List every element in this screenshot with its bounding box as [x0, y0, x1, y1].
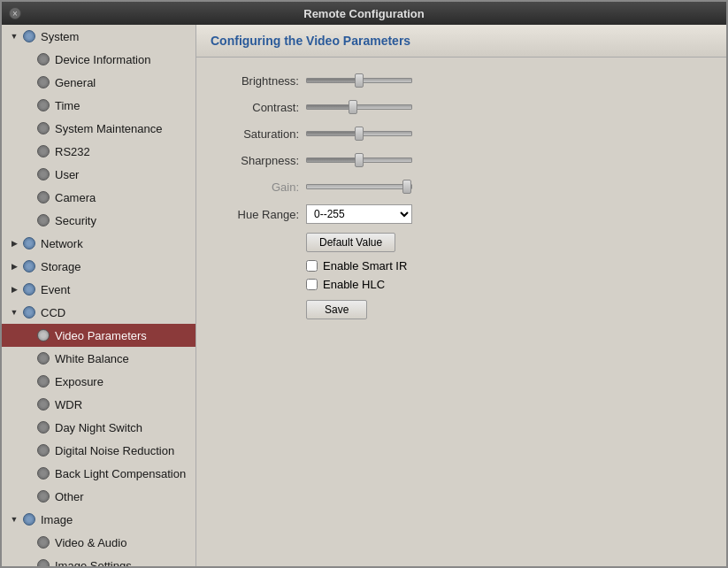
main-panel: Configuring the Video Parameters Brightn…	[196, 25, 726, 566]
sidebar-label: Day Night Switch	[55, 421, 142, 434]
sidebar-item-digital-noise-reduction[interactable]: Digital Noise Reduction	[2, 439, 195, 462]
sidebar-item-image-settings[interactable]: Image Settings	[2, 554, 195, 566]
globe-icon	[21, 258, 37, 274]
sidebar-item-system-maintenance[interactable]: System Maintenance	[2, 117, 195, 140]
sidebar-item-back-light-compensation[interactable]: Back Light Compensation	[2, 462, 195, 485]
saturation-slider[interactable]	[306, 125, 412, 142]
sidebar-label: Camera	[55, 191, 96, 204]
gear-icon	[35, 327, 51, 343]
sidebar-item-network[interactable]: ▶ Network	[2, 232, 195, 255]
main-window: × Remote Configuration ▼ System Device I…	[0, 0, 728, 568]
enable-smart-ir-row: Enable Smart IR	[218, 259, 705, 272]
close-button[interactable]: ×	[9, 7, 21, 19]
gear-icon	[35, 166, 51, 182]
save-btn-row: Save	[218, 300, 705, 319]
sidebar-label: Time	[55, 99, 80, 112]
gear-icon	[35, 97, 51, 113]
globe-icon	[21, 281, 37, 297]
gain-label: Gain:	[218, 180, 306, 194]
sidebar-item-ccd[interactable]: ▼ CCD	[2, 301, 195, 324]
gear-icon	[35, 350, 51, 366]
sidebar-item-event[interactable]: ▶ Event	[2, 278, 195, 301]
window-title: Remote Configuration	[21, 7, 707, 20]
sidebar: ▼ System Device Information General Time	[2, 25, 196, 566]
sidebar-label: RS232	[55, 145, 90, 158]
sidebar-item-user[interactable]: User	[2, 163, 195, 186]
sidebar-label: Image	[41, 513, 73, 526]
enable-hlc-label: Enable HLC	[323, 278, 385, 291]
gear-icon	[35, 189, 51, 205]
sidebar-item-rs232[interactable]: RS232	[2, 140, 195, 163]
default-value-button[interactable]: Default Value	[306, 233, 395, 252]
sidebar-item-storage[interactable]: ▶ Storage	[2, 255, 195, 278]
sidebar-label: General	[55, 76, 96, 89]
content-area: ▼ System Device Information General Time	[2, 25, 726, 566]
gear-icon	[35, 488, 51, 504]
brightness-label: Brightness:	[218, 74, 306, 88]
sidebar-label: Security	[55, 214, 96, 227]
spacer	[21, 52, 35, 66]
sidebar-item-image[interactable]: ▼ Image	[2, 508, 195, 531]
sidebar-label: White Balance	[55, 352, 129, 365]
expand-icon: ▶	[7, 259, 21, 273]
save-button[interactable]: Save	[306, 300, 367, 319]
gear-icon	[35, 419, 51, 435]
sidebar-label: Back Light Compensation	[55, 467, 186, 480]
enable-hlc-row: Enable HLC	[218, 278, 705, 291]
contrast-row: Contrast:	[218, 98, 705, 116]
sidebar-label: Video Parameters	[55, 329, 147, 342]
default-value-row: Default Value	[306, 233, 705, 252]
expand-icon: ▶	[7, 282, 21, 296]
sidebar-item-day-night-switch[interactable]: Day Night Switch	[2, 416, 195, 439]
sharpness-label: Sharpness:	[218, 154, 306, 167]
brightness-slider[interactable]	[306, 72, 412, 89]
sidebar-item-time[interactable]: Time	[2, 94, 195, 117]
saturation-row: Saturation:	[218, 125, 705, 142]
sidebar-label: Event	[41, 283, 70, 296]
globe-icon	[21, 304, 37, 320]
sidebar-item-device-info[interactable]: Device Information	[2, 48, 195, 71]
sidebar-label: Digital Noise Reduction	[55, 444, 174, 457]
gear-icon	[35, 74, 51, 90]
contrast-slider[interactable]	[306, 98, 412, 116]
sidebar-item-white-balance[interactable]: White Balance	[2, 347, 195, 370]
globe-icon	[21, 235, 37, 251]
sidebar-item-camera[interactable]: Camera	[2, 186, 195, 209]
sidebar-label: Exposure	[55, 375, 103, 388]
sidebar-item-general[interactable]: General	[2, 71, 195, 94]
enable-hlc-checkbox[interactable]	[306, 279, 318, 290]
panel-content: Brightness: Contrast:	[196, 58, 726, 566]
gear-icon	[35, 534, 51, 550]
sidebar-item-video-audio[interactable]: Video & Audio	[2, 531, 195, 554]
gear-icon	[35, 143, 51, 159]
sidebar-label: System Maintenance	[55, 122, 162, 135]
gear-icon	[35, 373, 51, 389]
sidebar-label: Storage	[41, 260, 81, 273]
sidebar-label: Image Settings	[55, 559, 132, 567]
gear-icon	[35, 396, 51, 412]
sidebar-item-other[interactable]: Other	[2, 485, 195, 508]
gain-slider[interactable]	[306, 178, 412, 196]
sharpness-slider[interactable]	[306, 151, 412, 169]
sidebar-label: WDR	[55, 398, 82, 411]
sidebar-label: System	[41, 30, 79, 43]
hue-range-select[interactable]: 0--255	[306, 204, 412, 224]
sidebar-item-system[interactable]: ▼ System	[2, 25, 195, 48]
sidebar-label: Video & Audio	[55, 536, 126, 549]
saturation-label: Saturation:	[218, 127, 306, 141]
expand-icon: ▼	[7, 512, 21, 526]
expand-icon: ▼	[7, 305, 21, 319]
panel-header: Configuring the Video Parameters	[196, 25, 726, 58]
sidebar-item-wdr[interactable]: WDR	[2, 393, 195, 416]
sharpness-row: Sharpness:	[218, 151, 705, 169]
brightness-row: Brightness:	[218, 72, 705, 89]
sidebar-label: CCD	[41, 306, 65, 319]
enable-smart-ir-checkbox[interactable]	[306, 260, 318, 272]
gear-icon	[35, 51, 51, 67]
sidebar-item-video-parameters[interactable]: Video Parameters	[2, 324, 195, 347]
gear-icon	[35, 557, 51, 566]
sidebar-item-security[interactable]: Security	[2, 209, 195, 232]
sidebar-label: Device Information	[55, 53, 150, 66]
sidebar-item-exposure[interactable]: Exposure	[2, 370, 195, 393]
sidebar-label: Other	[55, 490, 84, 503]
